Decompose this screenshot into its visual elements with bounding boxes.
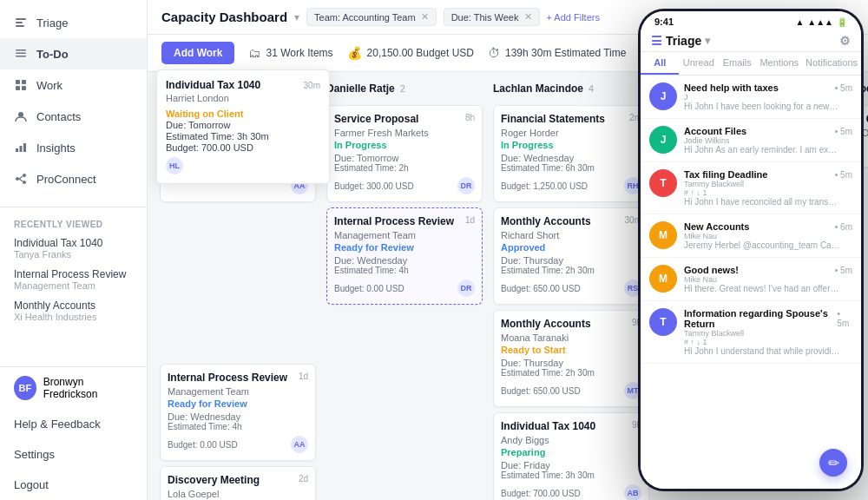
card-estimated: Estimated Time: 2h	[334, 163, 475, 173]
sidebar-item-triage[interactable]: Triage	[0, 7, 147, 38]
add-filter-label: + Add Filters	[547, 12, 600, 23]
card-footer: Budget: 700.00 USD AB	[501, 484, 641, 500]
sidebar-item-label: ProConnect	[36, 173, 96, 186]
card-due: Due: Tomorrow	[334, 153, 475, 163]
card-footer: Budget: 300.00 USD DR	[334, 177, 475, 194]
sidebar-item-label: Triage	[36, 16, 68, 30]
svg-point-15	[23, 174, 26, 177]
recently-item-title: Internal Process Review	[14, 268, 133, 280]
card-footer: Budget: 650.00 USD RS	[501, 280, 641, 297]
board-card[interactable]: 2d Discovery Meeting Lola Goepel Planned…	[160, 466, 316, 500]
header-left: Capacity Dashboard ▾ Team: Accounting Te…	[161, 8, 600, 26]
sidebar-item-logout[interactable]: Logout	[0, 470, 147, 500]
card-estimated: Estimated Time: 3h 30m	[501, 470, 641, 480]
phone-message-item[interactable]: T Tax filing Deadline • 5m Tammy Blackwe…	[641, 162, 861, 214]
tooltip-status: Waiting on Client	[166, 109, 320, 119]
board-card[interactable]: 2m Financial Statements Roger Horder In …	[493, 105, 649, 202]
recently-item-1[interactable]: Internal Process Review Management Team	[0, 264, 147, 295]
msg-tag: # ↑ ↓ 1	[684, 188, 852, 197]
card-due: Due: Wednesday	[501, 153, 641, 163]
sidebar-item-settings[interactable]: Settings	[0, 439, 147, 470]
svg-rect-12	[20, 146, 23, 152]
work-items-icon: 🗂	[248, 46, 260, 60]
filter-chip-due[interactable]: Due: This Week ✕	[444, 8, 540, 26]
recently-item-0[interactable]: Individual Tax 1040 Tanya Franks	[0, 233, 147, 264]
msg-avatar: T	[649, 169, 677, 197]
phone-settings-icon[interactable]: ⚙	[839, 34, 851, 48]
phone-message-item[interactable]: J Need help with taxes • 5m J Hi John I …	[641, 76, 861, 119]
filter-chip-remove[interactable]: ✕	[524, 11, 532, 23]
filter-chip-remove[interactable]: ✕	[421, 11, 429, 23]
board-card[interactable]: 30m Monthly Accounts Richard Short Appro…	[493, 207, 649, 305]
board-card[interactable]: 1d Internal Process Review Management Te…	[160, 364, 316, 461]
msg-content: Tax filing Deadline • 5m Tammy Blackwell…	[684, 169, 852, 207]
msg-tag: # ↑ ↓ 1	[684, 338, 852, 346]
filter-chip-team[interactable]: Team: Accounting Team ✕	[306, 8, 437, 26]
sidebar-item-work[interactable]: Work	[0, 69, 147, 101]
tooltip-card: Individual Tax 1040 30m Harriet London W…	[156, 72, 330, 184]
tab-all[interactable]: All	[641, 52, 679, 75]
phone-message-item[interactable]: M Good news! • 5m Mike Nau Hi there. Gre…	[641, 258, 861, 301]
phone-title-dropdown[interactable]: ▾	[705, 35, 710, 47]
card-client: Richard Short	[501, 230, 641, 240]
recently-item-2[interactable]: Monthly Accounts Xi Health Industries	[0, 295, 147, 326]
card-status: In Progress	[334, 140, 475, 150]
phone-message-item[interactable]: M New Accounts • 6m Mike Nau Jeremy Herb…	[641, 214, 861, 258]
settings-label: Settings	[14, 448, 55, 461]
card-footer: Budget: 0.00 USD AA	[168, 436, 308, 453]
svg-rect-7	[22, 80, 26, 84]
sidebar-item-todo[interactable]: To-Do	[0, 38, 147, 69]
add-filter-button[interactable]: + Add Filters	[547, 12, 600, 23]
title-dropdown-icon[interactable]: ▾	[294, 11, 299, 23]
tooltip-estimated: Estimated Time: 3h 30m	[166, 131, 320, 141]
column-name: Lachlan Macindoe	[493, 82, 583, 95]
card-avatar: DR	[457, 177, 475, 194]
column-header: Danielle Ratje 2	[326, 82, 483, 98]
estimated-time: 139h 30m Estimated Time	[505, 47, 626, 59]
phone-fab-button[interactable]: ✏	[819, 449, 847, 477]
phone-tabs: All Unread Emails Mentions Notifications	[641, 52, 861, 76]
column-andi-anchetta: Andi Anchetta 5 2m Monthly Accounts Paci…	[160, 82, 316, 490]
phone-status-icons: ▲ ▲▲▲ 🔋	[795, 17, 847, 27]
tab-notifications[interactable]: Notifications	[802, 52, 861, 75]
msg-sender: Jodie Wilkins	[684, 136, 852, 145]
sidebar-item-label: To-Do	[36, 48, 69, 61]
board-card[interactable]: 1d Internal Process Review Management Te…	[326, 207, 483, 305]
board-card[interactable]: 9h Monthly Accounts Moana Taranaki Ready…	[493, 310, 649, 407]
sidebar-item-contacts[interactable]: Contacts	[0, 101, 147, 132]
tab-mentions[interactable]: Mentions	[756, 52, 802, 75]
svg-point-10	[18, 112, 23, 117]
sidebar-user[interactable]: BF Bronwyn Fredrickson	[0, 367, 147, 409]
sidebar-item-proconnect[interactable]: ProConnect	[0, 163, 147, 194]
phone-fab-icon: ✏	[828, 455, 839, 471]
board-card[interactable]: 8h Service Proposal Farmer Fresh Markets…	[326, 105, 483, 202]
phone-message-item[interactable]: J Account Files • 5m Jodie Wilkins Hi Jo…	[641, 119, 861, 162]
tab-emails[interactable]: Emails	[718, 52, 756, 75]
card-time: 8h	[465, 113, 475, 122]
board-card[interactable]: 9h Individual Tax 1040 Andy Biggs Prepar…	[493, 412, 649, 500]
msg-name: Tax filing Deadline	[684, 169, 767, 180]
phone-message-item[interactable]: T Information regarding Spouse's Return …	[641, 301, 861, 364]
budget-icon: 💰	[347, 46, 362, 60]
recently-item-sub: Tanya Franks	[14, 249, 133, 260]
tab-unread[interactable]: Unread	[679, 52, 717, 75]
sidebar-item-insights[interactable]: Insights	[0, 132, 147, 163]
column-header: Lachlan Macindoe 4	[493, 82, 649, 98]
card-estimated: Estimated Time: 4h	[168, 422, 308, 431]
add-work-button[interactable]: Add Work	[161, 42, 234, 64]
proconnect-icon	[14, 172, 28, 186]
msg-time: • 5m	[835, 83, 852, 93]
sidebar-item-label: Work	[36, 79, 62, 92]
filter-chip-label: Due: This Week	[451, 12, 519, 23]
msg-header: Account Files • 5m	[684, 126, 852, 136]
card-time: 1d	[465, 215, 475, 225]
svg-rect-3	[16, 49, 26, 51]
phone-overlay: 9:41 ▲ ▲▲▲ 🔋 ☰ Triage ▾ ⚙ All Unread Ema…	[638, 9, 864, 491]
card-status: In Progress	[501, 140, 641, 150]
recently-item-title: Monthly Accounts	[14, 299, 133, 312]
phone-time: 9:41	[654, 16, 674, 27]
msg-name: Information regarding Spouse's Return	[684, 308, 838, 329]
battery-icon: 🔋	[837, 17, 847, 27]
sidebar-item-help[interactable]: Help & Feedback	[0, 409, 147, 439]
card-client: Lola Goepel	[168, 489, 308, 499]
